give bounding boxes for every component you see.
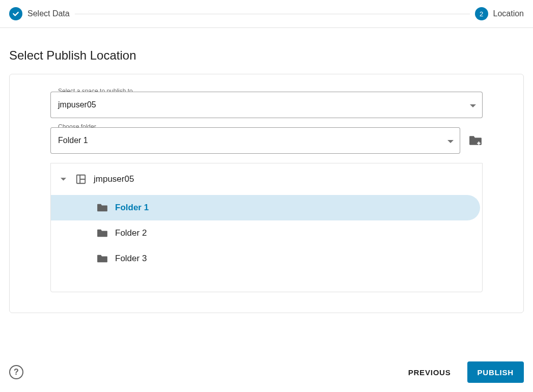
publish-button[interactable]: Publish (467, 361, 524, 383)
step-2-circle: 2 (475, 7, 488, 20)
tree-root[interactable]: jmpuser05 (51, 163, 482, 195)
step-1-circle (9, 7, 22, 20)
help-button[interactable]: ? (9, 365, 23, 379)
caret-down-icon (470, 100, 476, 109)
tree-item-folder-1[interactable]: Folder 1 (51, 195, 480, 220)
step-2-number: 2 (480, 10, 483, 18)
tree-item-label: Folder 3 (115, 254, 147, 264)
footer: ? Previous Publish (9, 361, 524, 383)
tree-item-folder-3[interactable]: Folder 3 (51, 246, 482, 271)
stepper: Select Data 2 Location (0, 0, 533, 28)
tree-item-label: Folder 1 (115, 203, 149, 213)
space-icon (75, 174, 87, 185)
folder-icon (97, 254, 108, 263)
chevron-down-icon (58, 178, 68, 181)
new-folder-icon (469, 135, 482, 146)
page-title: Select Publish Location (9, 48, 524, 63)
step-select-data[interactable]: Select Data (9, 7, 70, 20)
step-1-label: Select Data (27, 9, 70, 18)
folder-select[interactable]: Folder 1 (50, 127, 460, 154)
folder-tree: jmpuser05 Folder 1 Folder 2 Folder 3 (50, 163, 483, 292)
check-icon (12, 10, 20, 18)
tree-item-label: Folder 2 (115, 228, 147, 238)
folder-icon (97, 229, 108, 238)
space-select-value: jmpuser05 (58, 100, 96, 109)
tree-root-label: jmpuser05 (94, 174, 134, 184)
folder-select-wrap: Choose folder... Folder 1 (50, 127, 460, 154)
folder-icon (97, 203, 108, 212)
help-icon: ? (14, 368, 19, 377)
page-content: Select Publish Location Select a space t… (0, 28, 533, 313)
folder-select-value: Folder 1 (58, 136, 88, 145)
new-folder-button[interactable] (468, 133, 483, 148)
previous-button[interactable]: Previous (398, 361, 461, 383)
step-connector (75, 14, 470, 14)
space-select-wrap: Select a space to publish to jmpuser05 (50, 92, 483, 118)
folder-select-row: Choose folder... Folder 1 (50, 127, 483, 154)
tree-item-folder-2[interactable]: Folder 2 (51, 220, 482, 246)
step-2-label: Location (493, 9, 524, 18)
step-location[interactable]: 2 Location (475, 7, 524, 20)
caret-down-icon (447, 136, 454, 145)
location-card: Select a space to publish to jmpuser05 C… (9, 74, 524, 313)
space-select[interactable]: jmpuser05 (50, 92, 483, 118)
